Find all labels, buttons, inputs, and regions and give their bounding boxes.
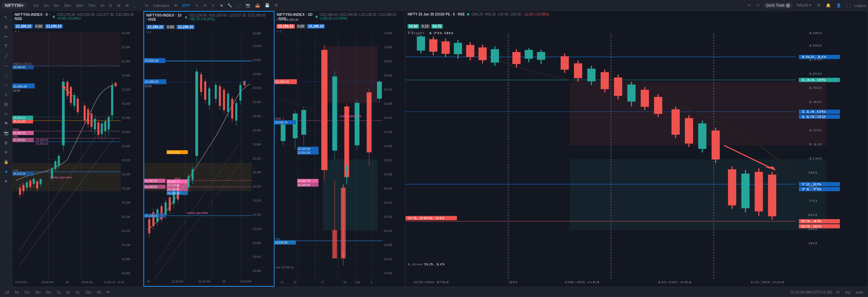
svg-text:23,240: 23,240 — [253, 185, 261, 188]
sidebar-measure-icon[interactable]: ↔ — [2, 81, 10, 89]
tf-15m[interactable]: 15m — [62, 3, 73, 8]
sidebar-alert-icon[interactable]: ★ — [2, 167, 10, 176]
svg-text:130: 130 — [808, 114, 822, 117]
sidebar-cursor-icon[interactable]: ↖ — [2, 13, 10, 21]
svg-text:23,440: 23,440 — [384, 116, 392, 120]
nifty50-selector[interactable]: Nifty50 ▾ — [795, 2, 813, 8]
svg-text:29: 29 — [343, 281, 346, 284]
sidebar-eye-icon[interactable]: 👁 — [2, 148, 10, 156]
bar-type-btn[interactable]: 🕯 — [193, 3, 200, 8]
tf-5m[interactable]: 5m — [52, 3, 61, 8]
sidebar-pencil-icon[interactable]: ✏ — [2, 32, 10, 41]
sidebar-lock-icon[interactable]: 🔒 — [2, 158, 10, 166]
svg-text:21: 21 — [281, 281, 284, 284]
svg-rect-75 — [104, 121, 106, 131]
tf-3m[interactable]: 3m — [42, 3, 50, 8]
tf-1m-btn[interactable]: 1m — [23, 290, 31, 295]
svg-text:23,080: 23,080 — [384, 244, 392, 247]
sidebar-line-icon[interactable]: ╱ — [2, 52, 10, 60]
svg-text:23,289.20: 23,289.20 — [275, 80, 289, 83]
svg-text:09:35 AM: 09:35 AM — [565, 280, 600, 284]
svg-text:40: 40 — [808, 242, 817, 245]
tf-all-btn[interactable]: All — [96, 290, 102, 295]
undo-btn[interactable]: ↩ — [746, 2, 752, 8]
tf-w[interactable]: W — [115, 3, 122, 8]
chart3-ltp2: 0.00 — [296, 24, 306, 29]
svg-rect-418 — [671, 109, 680, 135]
tf-3m-btn[interactable]: 3m — [34, 290, 42, 295]
mtf-btn[interactable]: MTF — [180, 3, 192, 8]
fullscreen-btn[interactable]: ⛶ — [235, 3, 242, 8]
layout-btn[interactable]: ⊞ — [172, 2, 179, 8]
quick-trade-toggle[interactable]: Quick Trade — [763, 3, 793, 8]
user-btn[interactable]: 👤 — [835, 2, 843, 8]
svg-rect-168 — [164, 202, 167, 215]
tf-more[interactable]: ... — [132, 3, 138, 8]
sidebar-camera-icon[interactable]: 📷 — [2, 129, 10, 137]
tf-1y-btn[interactable]: 1y — [55, 290, 62, 295]
svg-text:23,182.75: 23,182.75 — [275, 121, 288, 124]
tf-5d-btn[interactable]: 5d — [13, 290, 20, 295]
redo-btn[interactable]: ↪ — [755, 2, 761, 8]
compare-icon-btn[interactable]: ⇌ — [105, 289, 111, 295]
sidebar-flag-icon[interactable]: ⚑ — [2, 119, 10, 127]
toolbar-right: ↩ ↪ Quick Trade Nifty50 ▾ ☰ 🔔 👤 ⛶ Logout — [746, 2, 866, 8]
sidebar-fib-icon[interactable]: ≈ — [2, 90, 10, 99]
tools-btn[interactable]: 🔧 — [226, 2, 234, 8]
tf-m[interactable]: M — [124, 3, 130, 8]
sidebar-text-icon[interactable]: T — [2, 42, 10, 50]
settings-btn[interactable]: ⚙ — [273, 2, 280, 8]
logout-btn[interactable]: Logout — [854, 3, 866, 8]
svg-rect-273 — [323, 160, 378, 230]
notification-btn[interactable]: 🔔 — [824, 2, 832, 8]
svg-rect-51 — [58, 156, 60, 166]
svg-text:134.95: 134.95 — [801, 79, 826, 82]
alert-btn[interactable]: ⚠ — [210, 2, 217, 8]
tf-75m[interactable]: 75m — [87, 3, 97, 8]
publish-btn[interactable]: 📤 — [253, 2, 262, 8]
indicators-btn[interactable]: Indicators — [151, 3, 171, 8]
tf-5y-btn[interactable]: 5y — [74, 290, 81, 295]
sidebar-magnet-icon[interactable]: ⊃ — [2, 110, 10, 118]
svg-text:23,080: 23,080 — [253, 241, 261, 244]
compare-btn[interactable]: ⇌ — [202, 2, 208, 8]
sidebar-hline-icon[interactable]: — — [2, 61, 10, 70]
save-btn[interactable]: 💾 — [263, 2, 271, 8]
watchlist-btn[interactable]: ☰ — [815, 2, 822, 8]
log-btn[interactable]: log — [844, 290, 852, 295]
svg-rect-170 — [169, 197, 171, 211]
svg-text:Low: Low — [408, 263, 423, 266]
svg-rect-299 — [377, 82, 382, 99]
tf-3y-btn[interactable]: 3y — [65, 290, 72, 295]
chart2-ltp1: 23,289.20 — [146, 25, 164, 29]
symbol-display[interactable]: NIFTY50+ — [2, 2, 27, 9]
sidebar-trash-icon[interactable]: 🗑 — [2, 139, 10, 147]
svg-rect-200 — [239, 85, 241, 101]
tf-10y-btn[interactable]: 10y — [84, 290, 93, 295]
screenshot-btn[interactable]: 📷 — [244, 2, 252, 8]
svg-rect-55 — [67, 82, 69, 96]
tf-30m[interactable]: 30m — [74, 3, 85, 8]
expand-btn[interactable]: ⛶ — [845, 3, 852, 8]
svg-rect-416 — [654, 97, 662, 114]
svg-rect-65 — [87, 109, 89, 124]
sidebar-zoom-icon[interactable]: ⊞ — [2, 100, 10, 108]
tf-1d-btn[interactable]: 1d — [3, 290, 10, 295]
formula-btn[interactable]: fx — [143, 3, 150, 8]
svg-rect-301 — [332, 230, 337, 258]
svg-rect-77 — [108, 117, 110, 130]
sidebar-crosshair-icon[interactable]: ⊕ — [2, 23, 10, 31]
sidebar-rect-icon[interactable]: □ — [2, 71, 10, 79]
tf-1h[interactable]: 1h — [99, 3, 106, 8]
svg-text:23,000: 23,000 — [384, 272, 392, 275]
chart3-dot — [316, 16, 318, 18]
tf-d[interactable]: D — [108, 3, 114, 8]
replay-btn[interactable]: ◀ — [218, 2, 224, 8]
percent-btn[interactable]: % — [835, 290, 841, 295]
sidebar-plus-icon[interactable]: + — [2, 177, 10, 185]
auto-btn[interactable]: auto — [855, 290, 865, 295]
tf-1m[interactable]: 1m — [32, 3, 40, 8]
tf-6m-btn[interactable]: 6m — [44, 290, 52, 295]
svg-rect-414 — [641, 90, 649, 107]
svg-text:Low: Low — [13, 169, 18, 172]
